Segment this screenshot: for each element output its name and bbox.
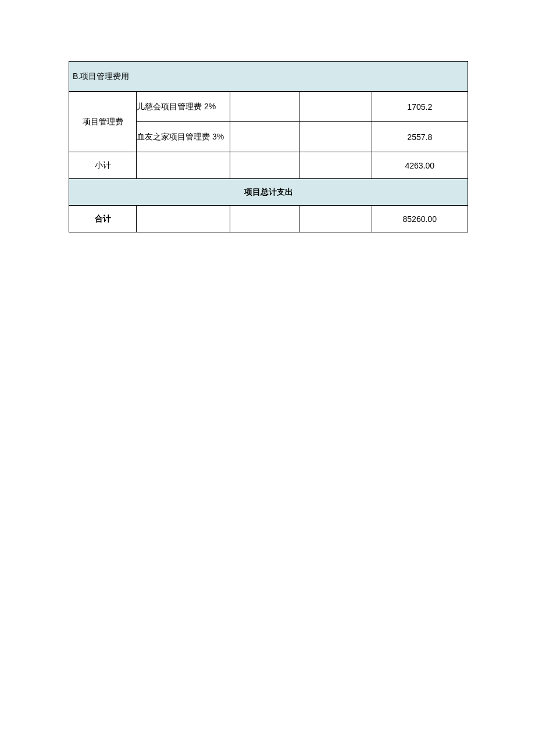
- item-amount: 2557.8: [372, 122, 468, 152]
- item-desc: 儿慈会项目管理费 2%: [137, 92, 230, 122]
- row-label: 项目管理费: [69, 92, 137, 152]
- empty-cell: [230, 152, 299, 179]
- section-b-header-row: B.项目管理费用: [69, 62, 468, 92]
- empty-cell: [299, 152, 372, 179]
- empty-cell: [230, 92, 299, 122]
- item-amount: 1705.2: [372, 92, 468, 122]
- empty-cell: [137, 152, 230, 179]
- total-amount: 85260.00: [372, 206, 468, 232]
- empty-cell: [299, 206, 372, 232]
- budget-table: B.项目管理费用 项目管理费 儿慈会项目管理费 2% 1705.2 血友之家项目…: [69, 61, 468, 232]
- item-desc: 血友之家项目管理费 3%: [137, 122, 230, 152]
- subtotal-row: 小计 4263.00: [69, 152, 468, 179]
- empty-cell: [299, 92, 372, 122]
- subtotal-label: 小计: [69, 152, 137, 179]
- table-row: 项目管理费 儿慈会项目管理费 2% 1705.2: [69, 92, 468, 122]
- empty-cell: [230, 206, 299, 232]
- empty-cell: [299, 122, 372, 152]
- section-b-title: B.项目管理费用: [69, 62, 468, 92]
- subtotal-amount: 4263.00: [372, 152, 468, 179]
- total-label: 合计: [69, 206, 137, 232]
- empty-cell: [230, 122, 299, 152]
- total-section-title: 项目总计支出: [69, 179, 468, 206]
- empty-cell: [137, 206, 230, 232]
- total-row: 合计 85260.00: [69, 206, 468, 232]
- total-section-header-row: 项目总计支出: [69, 179, 468, 206]
